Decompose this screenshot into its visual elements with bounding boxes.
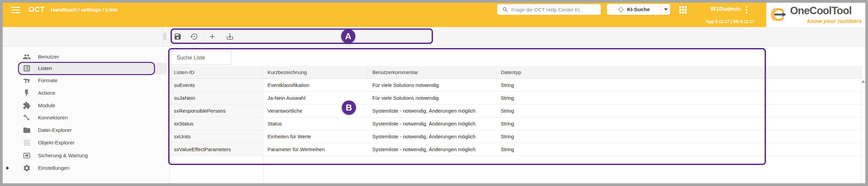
pane-divider — [162, 27, 163, 46]
table-row[interactable]: sxValueEffectParameters Parameter für We… — [170, 143, 861, 156]
sidebar-item-label: Sicherung & Wartung — [38, 153, 88, 159]
filter-label: Suche Liste — [177, 55, 205, 61]
cell-benutzerkommentar: Systemliste - notwendig, Änderungen mögl… — [368, 143, 496, 156]
cell-kurzbezeichnung: Status — [263, 117, 368, 130]
apps-grid-icon[interactable] — [679, 6, 687, 14]
cell-kurzbezeichnung: Parameter für Wertreihen — [263, 143, 368, 156]
download-icon — [226, 32, 234, 41]
cell-datentyp: String — [496, 79, 861, 91]
cell-benutzerkommentar: Systemliste - notwendig, Änderungen mögl… — [368, 130, 496, 143]
table-row[interactable]: suEvents Eventklassifikation Für viele S… — [170, 79, 861, 92]
ai-sparkle-icon — [618, 7, 624, 13]
dot-grid-icon — [23, 139, 31, 147]
sidebar-item-label: Actions — [38, 90, 55, 96]
app-window: OCT Handbuch / settings / Lists KI-Suche… — [0, 0, 868, 186]
cell-listen-id: sxStatus — [170, 117, 263, 130]
sidebar-item-objekt-explorer[interactable]: Objekt-Explorer — [3, 137, 170, 148]
cell-listen-id: suEvents — [170, 79, 263, 91]
add-button[interactable] — [207, 31, 217, 42]
breadcrumb: Handbuch / settings / Lists — [51, 7, 118, 13]
cell-datentyp: String — [496, 104, 861, 117]
cell-benutzerkommentar: Systemliste - notwendig, Änderungen mögl… — [368, 104, 496, 117]
chevron-down-icon — [664, 8, 668, 10]
cell-datentyp: String — [496, 117, 861, 130]
cell-datentyp: String — [496, 143, 861, 156]
expand-arrow-icon[interactable] — [6, 166, 9, 170]
scroll-up-arrow[interactable] — [862, 80, 865, 83]
cell-listen-id: sxValueEffectParameters — [170, 143, 263, 156]
restore-icon — [190, 32, 198, 41]
folder-icon — [23, 126, 31, 134]
table-row[interactable]: sxUnits Einheiten für Werte Systemliste … — [170, 130, 861, 143]
sidebar-item-einstellungen[interactable]: Einstellungen — [3, 162, 170, 174]
restore-button[interactable] — [189, 31, 199, 42]
column-header[interactable]: Benutzerkommentar — [368, 66, 496, 78]
people-icon — [23, 53, 31, 61]
table-grid-line — [263, 156, 263, 183]
sidebar-item-module[interactable]: Module — [3, 100, 170, 111]
list-filter-input[interactable]: Suche Liste — [171, 51, 231, 65]
sidebar-item-datei-explorer[interactable]: Datei-Explorer — [3, 124, 170, 136]
table-row[interactable]: sxResponsiblePersons Verantwortliche Sys… — [170, 104, 861, 117]
cell-datentyp: String — [496, 92, 861, 104]
ki-search-button[interactable]: KI-Suche — [607, 4, 661, 15]
cell-kurzbezeichnung: Ja-Nein Auswahl — [263, 92, 368, 104]
table-header-row: Listen-ID Kurzbezeichnung Benutzerkommen… — [170, 66, 861, 79]
app-version: App 5.12.17 | DB 5.12.17 — [692, 19, 754, 24]
sidebar-item-label: Konnektoren — [38, 115, 68, 121]
sidebar-item-label: Listen — [38, 65, 52, 71]
sidebar-item-label: Datei-Explorer — [38, 127, 72, 133]
onecooltool-logo-icon — [770, 6, 787, 23]
sidebar-item-label: Module — [38, 102, 55, 109]
search-input[interactable] — [511, 7, 593, 13]
toolbar-drag-handle[interactable] — [164, 33, 166, 40]
column-header[interactable]: Kurzbezeichnung — [263, 66, 368, 78]
sidebar-item-formate[interactable]: Formate — [3, 75, 170, 86]
list-icon — [23, 64, 31, 72]
table-row[interactable]: suJaNein Ja-Nein Auswahl Für viele Solut… — [170, 92, 861, 104]
cell-kurzbezeichnung: Verantwortliche — [263, 104, 368, 117]
sidebar-item-listen[interactable]: Listen — [3, 63, 170, 74]
logo-tagline: know your numbers — [793, 18, 862, 25]
cell-kurzbezeichnung: Einheiten für Werte — [263, 130, 368, 143]
toolbar-separator — [203, 32, 204, 41]
cell-listen-id: sxUnits — [170, 130, 263, 143]
cell-datentyp: String — [496, 130, 861, 143]
sidebar-item-label: Objekt-Explorer — [38, 140, 75, 146]
connector-icon — [23, 114, 31, 122]
sidebar-item-label: Benutzer — [38, 54, 59, 60]
cell-listen-id: sxResponsiblePersons — [170, 104, 263, 117]
column-header[interactable]: Datentyp — [496, 66, 861, 78]
kebab-menu-icon[interactable] — [745, 5, 748, 14]
save-button[interactable] — [173, 31, 183, 42]
app-title: OCT — [28, 5, 45, 14]
cell-benutzerkommentar: Für viele Solutions notwendig — [368, 79, 496, 91]
table-grid-line — [170, 156, 170, 183]
puzzle-icon — [23, 101, 31, 110]
column-header[interactable]: Listen-ID — [170, 66, 263, 78]
download-button[interactable] — [225, 31, 235, 42]
help-search-field[interactable] — [497, 4, 601, 15]
sidebar-item-konnektoren[interactable]: Konnektoren — [3, 112, 170, 123]
gear-icon — [23, 164, 31, 172]
content-toolbar — [3, 27, 865, 46]
hamburger-menu-icon[interactable] — [11, 7, 20, 15]
sidebar-item-label: Formate — [38, 77, 58, 84]
save-icon — [174, 32, 182, 41]
cell-benutzerkommentar: Systemliste - notwendig, Änderungen mögl… — [368, 117, 496, 130]
table-row[interactable]: sxStatus Status Systemliste - notwendig,… — [170, 117, 861, 130]
sidebar-item-label: Einstellungen — [38, 165, 70, 171]
logo-wordmark: OneCoolTool — [790, 5, 851, 17]
ki-search-split-button[interactable]: KI-Suche — [607, 4, 670, 15]
search-icon — [502, 6, 509, 13]
sidebar-item-sicherung-wartung[interactable]: Sicherung & Wartung — [3, 150, 170, 161]
backup-icon — [23, 152, 31, 160]
sidebar-item-benutzer[interactable]: Benutzer — [3, 51, 170, 63]
cell-benutzerkommentar: Für viele Solutions notwendig — [368, 92, 496, 104]
logged-in-user[interactable]: W10\admin — [707, 6, 741, 13]
ki-search-dropdown-button[interactable] — [661, 4, 670, 15]
ki-search-label: KI-Suche — [627, 6, 650, 13]
scrollbar-track-edge — [861, 66, 862, 183]
sidebar-item-actions[interactable]: Actions — [3, 87, 170, 99]
add-icon — [208, 32, 216, 41]
